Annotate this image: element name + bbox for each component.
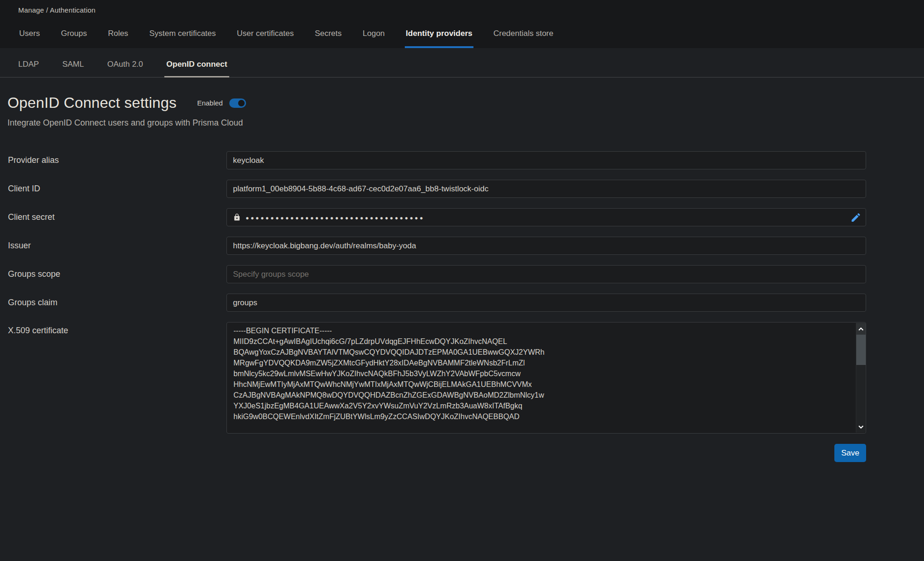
tab-roles[interactable]: Roles — [107, 24, 129, 48]
subtab-oauth2[interactable]: OAuth 2.0 — [106, 60, 145, 77]
pencil-icon[interactable] — [850, 212, 861, 223]
identity-provider-subtabbar: LDAP SAML OAuth 2.0 OpenID connect — [0, 48, 924, 77]
scrollbar-thumb[interactable] — [856, 335, 866, 365]
provider-alias-input[interactable] — [226, 151, 866, 169]
app-header: Manage / Authentication Users Groups Rol… — [0, 0, 924, 48]
client-secret-row: Client secret ●●●●●●●●●●●●●●●●●●●●●●●●●●… — [0, 208, 924, 226]
client-id-row: Client ID — [0, 180, 924, 198]
groups-claim-input[interactable] — [226, 294, 866, 312]
tab-groups[interactable]: Groups — [60, 24, 88, 48]
enabled-toggle[interactable] — [229, 98, 246, 108]
client-id-label: Client ID — [8, 184, 226, 194]
breadcrumb: Manage / Authentication — [18, 0, 924, 14]
client-secret-label: Client secret — [8, 212, 226, 222]
issuer-input[interactable] — [226, 237, 866, 255]
client-secret-masked-value: ●●●●●●●●●●●●●●●●●●●●●●●●●●●●●●●●●●●● — [246, 214, 424, 221]
x509-certificate-label: X.509 certificate — [8, 322, 226, 336]
actions-row: Save — [0, 444, 866, 462]
chevron-up-icon[interactable] — [856, 323, 866, 335]
groups-scope-input[interactable] — [226, 265, 866, 283]
x509-certificate-textarea[interactable]: -----BEGIN CERTIFICATE----- MIID9zCCAt+g… — [226, 322, 866, 434]
tab-system-certificates[interactable]: System certificates — [148, 24, 217, 48]
subtab-saml[interactable]: SAML — [60, 60, 85, 77]
tab-user-certificates[interactable]: User certificates — [236, 24, 295, 48]
provider-alias-label: Provider alias — [8, 155, 226, 165]
tab-identity-providers[interactable]: Identity providers — [405, 24, 473, 48]
provider-alias-row: Provider alias — [0, 151, 924, 169]
toggle-knob — [238, 100, 245, 106]
certificate-scrollbar[interactable] — [856, 323, 865, 433]
subtab-openid-connect[interactable]: OpenID connect — [164, 60, 229, 77]
tab-secrets[interactable]: Secrets — [314, 24, 343, 48]
x509-certificate-row: X.509 certificate -----BEGIN CERTIFICATE… — [0, 322, 924, 434]
x509-certificate-value: -----BEGIN CERTIFICATE----- MIID9zCCAt+g… — [227, 323, 866, 425]
tab-users[interactable]: Users — [18, 24, 41, 48]
groups-claim-row: Groups claim — [0, 294, 924, 312]
save-button[interactable]: Save — [834, 444, 866, 462]
groups-scope-row: Groups scope — [0, 265, 924, 283]
issuer-label: Issuer — [8, 241, 226, 251]
subtab-ldap[interactable]: LDAP — [16, 60, 41, 77]
page-subtitle: Integrate OpenID Connect users and group… — [0, 118, 924, 128]
tab-logon[interactable]: Logon — [362, 24, 386, 48]
tab-credentials-store[interactable]: Credentials store — [493, 24, 555, 48]
client-id-input[interactable] — [226, 180, 866, 198]
main-tabbar: Users Groups Roles System certificates U… — [18, 24, 554, 48]
groups-scope-label: Groups scope — [8, 269, 226, 279]
groups-claim-label: Groups claim — [8, 298, 226, 308]
chevron-down-icon[interactable] — [856, 421, 866, 433]
openid-connect-form: Provider alias Client ID Client secret ●… — [0, 151, 924, 462]
page-title: OpenID Connect settings — [7, 94, 176, 112]
lock-icon — [233, 213, 241, 221]
issuer-row: Issuer — [0, 237, 924, 255]
enabled-label: Enabled — [197, 99, 223, 107]
client-secret-field: ●●●●●●●●●●●●●●●●●●●●●●●●●●●●●●●●●●●● — [226, 208, 866, 226]
title-row: OpenID Connect settings Enabled — [0, 94, 924, 112]
